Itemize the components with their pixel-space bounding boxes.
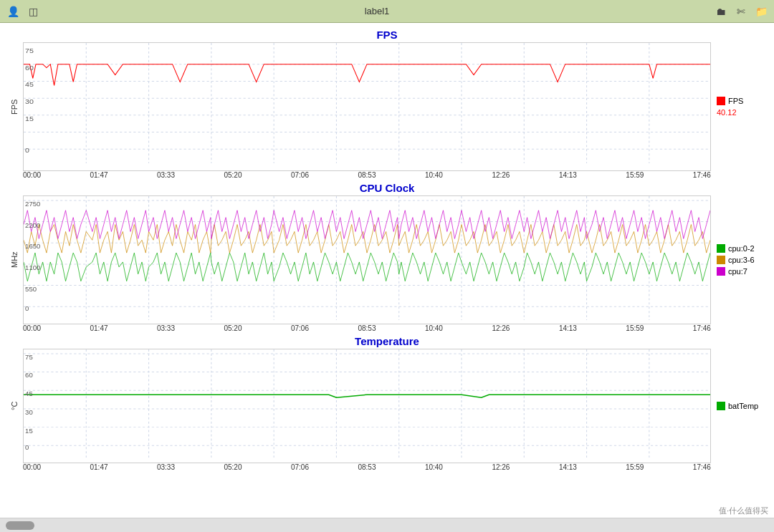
temp-x-label-2: 03:33 <box>157 463 175 471</box>
fps-chart-inner: 75 60 45 30 15 0 <box>23 42 711 171</box>
cpu7-legend-label: cpu:7 <box>728 267 747 276</box>
cpu-clock-svg: 2750 2200 1650 1100 550 0 <box>24 196 710 324</box>
titlebar-left-icons: 👤 ◫ <box>6 4 40 19</box>
fps-x-label-4: 07:06 <box>291 171 309 179</box>
temp-x-label-1: 01:47 <box>90 463 108 471</box>
svg-text:60: 60 <box>25 64 34 72</box>
svg-text:2750: 2750 <box>25 200 40 208</box>
cpu02-legend-item: cpu:0-2 <box>717 244 768 253</box>
fps-x-label-9: 15:59 <box>626 171 644 179</box>
cut-icon[interactable]: ✄ <box>734 4 748 19</box>
svg-text:0: 0 <box>25 147 29 155</box>
cpu-x-label-0: 00:00 <box>23 324 41 332</box>
fps-legend-item: FPS <box>717 97 768 105</box>
fps-chart-svg: 75 60 45 30 15 0 <box>24 43 710 170</box>
svg-text:75: 75 <box>25 354 33 361</box>
temp-x-label-6: 10:40 <box>425 463 443 471</box>
temperature-x-labels: 00:00 01:47 03:33 05:20 07:06 08:53 10:4… <box>23 463 711 471</box>
titlebar: 👤 ◫ label1 🖿 ✄ 📁 <box>0 0 774 23</box>
bat-temp-legend-item: batTemp <box>717 402 768 410</box>
monitor-icon[interactable]: ◫ <box>26 4 40 19</box>
cpu-clock-x-axis: 00:00 01:47 03:33 05:20 07:06 08:53 10:4… <box>0 324 774 332</box>
bat-temp-legend-label: batTemp <box>728 402 758 410</box>
temperature-svg: 75 60 45 30 15 0 <box>24 349 710 463</box>
fps-x-label-3: 05:20 <box>224 171 242 179</box>
fps-chart-title: FPS <box>0 29 774 41</box>
temperature-chart-area: °C <box>0 349 774 463</box>
fps-value-label: 40.12 <box>717 108 737 117</box>
fps-x-label-0: 00:00 <box>23 171 41 179</box>
fps-y-label: FPS <box>6 42 23 171</box>
svg-text:0: 0 <box>25 445 29 452</box>
titlebar-right-icons: 🖿 ✄ 📁 <box>714 4 768 19</box>
fps-x-label-7: 12:26 <box>492 171 510 179</box>
svg-text:0: 0 <box>25 305 29 312</box>
temp-x-label-10: 17:46 <box>693 463 711 471</box>
fps-x-label-1: 01:47 <box>90 171 108 179</box>
fps-x-label-8: 14:13 <box>559 171 577 179</box>
svg-text:2200: 2200 <box>25 222 40 229</box>
fps-x-axis: 00:00 01:47 03:33 05:20 07:06 08:53 10:4… <box>0 171 774 179</box>
temp-x-label-4: 07:06 <box>291 463 309 471</box>
fps-x-label-10: 17:46 <box>693 171 711 179</box>
svg-text:45: 45 <box>25 81 34 89</box>
temperature-chart-container: Temperature °C <box>0 335 774 471</box>
temp-x-label-9: 15:59 <box>626 463 644 471</box>
fps-x-labels: 00:00 01:47 03:33 05:20 07:06 08:53 10:4… <box>23 171 711 179</box>
temp-x-label-3: 05:20 <box>224 463 242 471</box>
svg-text:1650: 1650 <box>25 243 40 250</box>
temperature-chart-title: Temperature <box>0 335 774 347</box>
cpu36-legend-label: cpu:3-6 <box>728 256 755 264</box>
folder-icon[interactable]: 📁 <box>754 4 768 19</box>
temp-x-label-0: 00:00 <box>23 463 41 471</box>
cpu-clock-chart-container: CPU Clock MHz <box>0 182 774 332</box>
cpu-x-label-7: 12:26 <box>492 324 510 332</box>
fps-x-label-6: 10:40 <box>425 171 443 179</box>
save-icon[interactable]: 🖿 <box>714 4 728 19</box>
temperature-legend: batTemp <box>711 349 768 463</box>
temperature-chart-inner: 75 60 45 30 15 0 <box>23 349 711 463</box>
svg-text:45: 45 <box>25 390 33 397</box>
window-title: label1 <box>40 6 714 16</box>
cpu-clock-chart-title: CPU Clock <box>0 182 774 194</box>
cpu36-legend-color <box>717 256 725 264</box>
fps-legend-label: FPS <box>728 97 743 105</box>
temp-x-label-5: 08:53 <box>358 463 376 471</box>
svg-text:75: 75 <box>25 47 34 54</box>
cpu7-legend-color <box>717 267 725 276</box>
svg-text:550: 550 <box>25 286 37 293</box>
fps-value-item: 40.12 <box>717 108 768 117</box>
svg-text:30: 30 <box>25 409 33 416</box>
scrollbar[interactable] <box>0 518 774 532</box>
temperature-x-axis: 00:00 01:47 03:33 05:20 07:06 08:53 10:4… <box>0 463 774 471</box>
svg-text:15: 15 <box>25 427 33 435</box>
temp-x-label-7: 12:26 <box>492 463 510 471</box>
svg-text:30: 30 <box>25 97 34 105</box>
cpu36-legend-item: cpu:3-6 <box>717 256 768 264</box>
main-content: FPS FPS <box>0 23 774 518</box>
cpu-x-label-8: 14:13 <box>559 324 577 332</box>
user-icon[interactable]: 👤 <box>6 4 20 19</box>
cpu-x-label-6: 10:40 <box>425 324 443 332</box>
svg-text:15: 15 <box>25 115 34 122</box>
cpu-x-label-9: 15:59 <box>626 324 644 332</box>
fps-legend-color <box>717 97 725 105</box>
scrollbar-thumb[interactable] <box>6 521 34 530</box>
cpu-x-label-4: 07:06 <box>291 324 309 332</box>
temp-x-label-8: 14:13 <box>559 463 577 471</box>
fps-x-label-2: 03:33 <box>157 171 175 179</box>
cpu-clock-x-labels: 00:00 01:47 03:33 05:20 07:06 08:53 10:4… <box>23 324 711 332</box>
fps-x-label-5: 08:53 <box>358 171 376 179</box>
cpu-clock-chart-area: MHz <box>0 195 774 324</box>
cpu02-legend-color <box>717 244 725 253</box>
cpu-clock-legend: cpu:0-2 cpu:3-6 cpu:7 <box>711 195 768 324</box>
cpu-x-label-1: 01:47 <box>90 324 108 332</box>
svg-text:60: 60 <box>25 372 33 379</box>
fps-legend: FPS 40.12 <box>711 42 768 171</box>
cpu-x-label-5: 08:53 <box>358 324 376 332</box>
temperature-y-label: °C <box>6 349 23 463</box>
cpu-clock-chart-inner: 2750 2200 1650 1100 550 0 <box>23 195 711 324</box>
bat-temp-legend-color <box>717 402 725 410</box>
svg-text:1100: 1100 <box>25 264 40 271</box>
cpu-x-label-10: 17:46 <box>693 324 711 332</box>
